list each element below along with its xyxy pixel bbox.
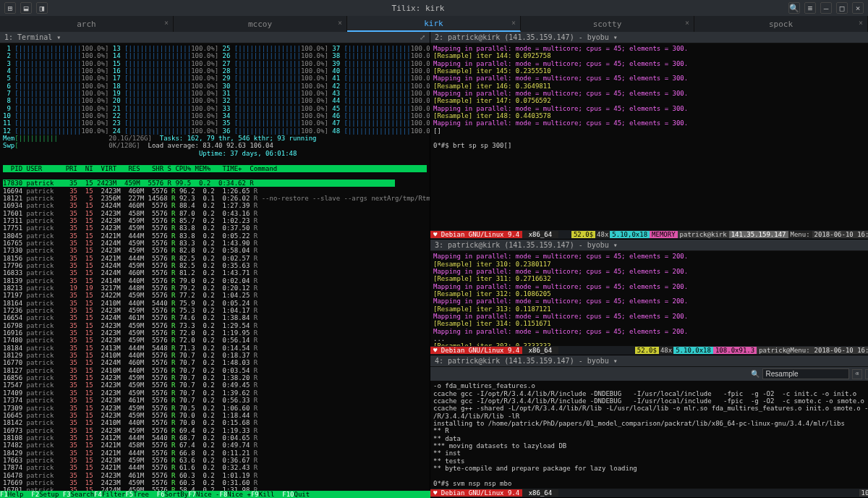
split-down-icon[interactable]: ⬓ bbox=[20, 2, 32, 14]
status-date: 2018-06-10 16:31:41 bbox=[812, 347, 868, 354]
status-arch: x86_64 bbox=[522, 489, 558, 497]
tab-label: mccoy bbox=[248, 20, 272, 29]
status-distro: ♥ Debian GNU/Linux 9.4 bbox=[430, 489, 522, 497]
pane-2-statusbar: ♥ Debian GNU/Linux 9.4 x86_64 52.0$48x5.… bbox=[430, 230, 868, 239]
tab-close-icon[interactable]: × bbox=[164, 19, 169, 27]
status-cpus: 48x bbox=[595, 231, 610, 238]
pane-2-terminal[interactable]: Mapping in parallel: mode = multicore; c… bbox=[430, 43, 868, 230]
htop-footer[interactable]: F1Help F2Setup F3SearchF4FilterF5Tree F6… bbox=[0, 491, 430, 498]
tab-label: scotty bbox=[593, 20, 622, 29]
pane-3-statusbar: ♥ Debian GNU/Linux 9.4 x86_64 52.0$48x5.… bbox=[430, 346, 868, 355]
minimize-icon[interactable]: — bbox=[820, 2, 832, 14]
session-tabs: arch×mccoy×kirk×scotty×spock× bbox=[0, 16, 868, 32]
tab-close-icon[interactable]: × bbox=[511, 19, 516, 27]
status-arch: x86_64 bbox=[522, 231, 558, 238]
status-menu: Menu: bbox=[788, 231, 812, 238]
status-distro: ♥ Debian GNU/Linux 9.4 bbox=[430, 347, 522, 354]
menu-icon[interactable]: ≡ bbox=[804, 2, 816, 14]
search-clear-icon[interactable]: ⌫ bbox=[852, 369, 862, 379]
session-tab-scotty[interactable]: scotty× bbox=[521, 16, 694, 32]
tab-label: arch bbox=[77, 20, 96, 29]
pane-expand-icon[interactable]: ⤢ bbox=[420, 33, 425, 41]
status-cpu: 5.10,0x18 bbox=[673, 347, 713, 354]
status-ip: 141.35.159.147 bbox=[729, 231, 788, 238]
tab-close-icon[interactable]: × bbox=[338, 19, 342, 27]
pane-2-header[interactable]: 2: patrick@kirk (141.35.159.147) - byobu… bbox=[430, 32, 868, 43]
tab-close-icon[interactable]: × bbox=[859, 19, 863, 27]
pane-1-header[interactable]: 1: Terminal ▾ ⤢ bbox=[0, 32, 430, 43]
status-load: 52.0$ bbox=[571, 231, 595, 238]
status-arch: x86_64 bbox=[522, 347, 558, 354]
pane-1-label: 1: Terminal ▾ bbox=[4, 33, 61, 41]
maximize-icon[interactable]: □ bbox=[836, 2, 848, 14]
status-date: 2018-06-10 16:31:41 bbox=[812, 231, 868, 238]
search-prev-icon[interactable]: ∧ bbox=[865, 369, 868, 379]
pane-4-searchbar: 🔍 ⌫ ∧ ∨ bbox=[430, 367, 868, 381]
pane-3-label: 3: patrick@kirk (141.35.159.147) - byobu… bbox=[435, 241, 618, 249]
search-icon[interactable]: 🔍 bbox=[788, 2, 800, 14]
pane-3-header[interactable]: 3: patrick@kirk (141.35.159.147) - byobu… bbox=[430, 240, 868, 251]
titlebar: ⊞ ⬓ ◨ Tilix: kirk 🔍 ≡ — □ × bbox=[0, 0, 868, 16]
pane-4-label: 4: patrick@kirk (141.35.159.147) - byobu… bbox=[435, 357, 618, 365]
session-tab-arch[interactable]: arch× bbox=[0, 16, 174, 32]
pane-4-statusbar: ♥ Debian GNU/Linux 9.4 x86_64 108.03! bbox=[430, 489, 868, 497]
status-cpus: 48x bbox=[659, 347, 673, 354]
tab-close-icon[interactable]: × bbox=[685, 19, 689, 27]
window-title: Tilix: kirk bbox=[48, 4, 788, 13]
pane-4-terminal[interactable]: -o fda_multires_features.o ccache gcc -I… bbox=[430, 381, 868, 489]
status-mem: 108.0x91.3 bbox=[713, 347, 757, 354]
session-tab-spock[interactable]: spock× bbox=[694, 16, 868, 32]
tab-label: kirk bbox=[424, 19, 443, 28]
status-user: patrick@Menu: bbox=[757, 347, 812, 354]
tab-label: spock bbox=[769, 20, 793, 29]
status-date: 108.03! bbox=[859, 489, 868, 497]
search-input[interactable] bbox=[762, 368, 849, 379]
session-tab-mccoy[interactable]: mccoy× bbox=[174, 16, 347, 32]
session-tab-kirk[interactable]: kirk× bbox=[347, 16, 521, 32]
status-load: 52.0$ bbox=[635, 347, 659, 354]
pane-2-label: 2: patrick@kirk (141.35.159.147) - byobu… bbox=[435, 33, 618, 41]
new-terminal-icon[interactable]: ⊞ bbox=[4, 2, 16, 14]
pane-3-terminal[interactable]: Mapping in parallel: mode = multicore; c… bbox=[430, 251, 868, 346]
status-user: patrick@kirk bbox=[678, 231, 729, 238]
status-mem: MEMORY bbox=[650, 231, 678, 238]
status-distro: ♥ Debian GNU/Linux 9.4 bbox=[430, 231, 522, 238]
htop-terminal[interactable]: 1 [||||||||||||||||100.0%] 13 [|||||||||… bbox=[0, 43, 430, 498]
pane-4-header[interactable]: 4: patrick@kirk (141.35.159.147) - byobu… bbox=[430, 355, 868, 367]
status-cpu: 5.10,0x18 bbox=[610, 231, 650, 238]
close-icon[interactable]: × bbox=[852, 2, 864, 14]
search-icon: 🔍 bbox=[751, 370, 760, 378]
split-right-icon[interactable]: ◨ bbox=[36, 2, 48, 14]
